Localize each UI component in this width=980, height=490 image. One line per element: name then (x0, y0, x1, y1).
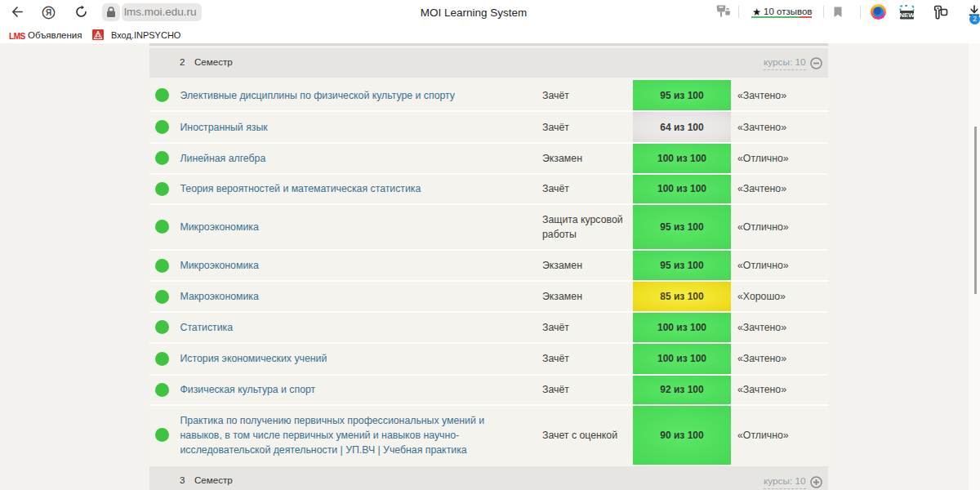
svg-text:NEW: NEW (899, 11, 915, 19)
